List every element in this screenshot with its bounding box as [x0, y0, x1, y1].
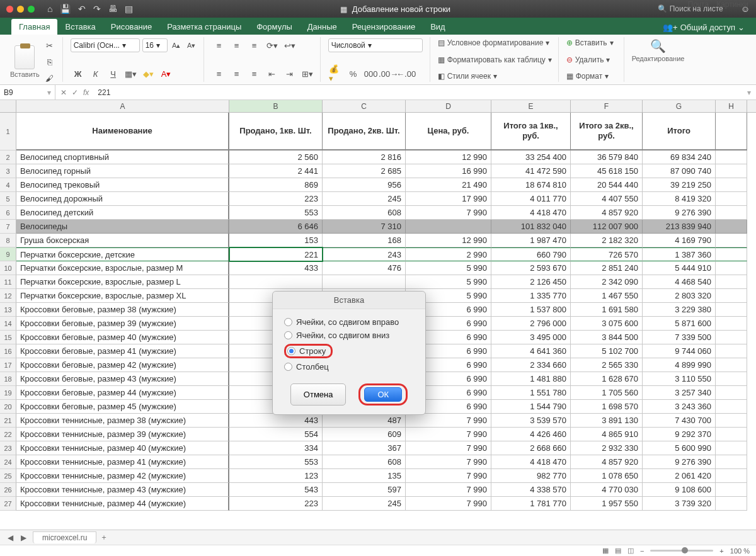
row-header[interactable]: 6: [0, 206, 16, 220]
underline-button[interactable]: Ч: [106, 67, 121, 81]
view-break-icon[interactable]: ◫: [627, 547, 634, 555]
cell[interactable]: 5 990: [406, 261, 491, 275]
save-icon[interactable]: 💾: [60, 4, 71, 14]
font-name-combo[interactable]: Calibri (Осн...▾: [71, 38, 140, 52]
cell[interactable]: 4 169 790: [643, 234, 716, 247]
row-header[interactable]: 13: [0, 303, 16, 317]
radio-cells-right[interactable]: Ячейки, со сдвигом вправо: [284, 315, 414, 329]
cell[interactable]: Перчатки боксерские, взрослые, размер XL: [16, 289, 229, 303]
row-header[interactable]: 23: [0, 441, 16, 455]
insert-cells-button[interactable]: ⊕Вставить▾: [566, 38, 619, 47]
cell[interactable]: [716, 206, 747, 220]
delete-cells-button[interactable]: ⊖Удалить▾: [566, 55, 619, 64]
align-right-icon[interactable]: ≡: [247, 67, 262, 81]
cell[interactable]: 36 579 840: [571, 150, 643, 164]
cell[interactable]: 543: [229, 483, 323, 497]
merge-icon[interactable]: ⊞▾: [300, 67, 315, 81]
dec-decimal-icon[interactable]: ←.00: [399, 67, 414, 81]
row-header[interactable]: 22: [0, 428, 16, 441]
cell[interactable]: [716, 455, 747, 469]
cell[interactable]: 2 593 670: [491, 261, 571, 275]
cell[interactable]: [406, 220, 491, 234]
tab-view[interactable]: Вид: [423, 19, 453, 35]
cell[interactable]: 2 565 330: [571, 358, 643, 372]
search-icon[interactable]: 🔍: [650, 38, 666, 54]
cell[interactable]: 5 990: [406, 275, 491, 289]
copy-icon[interactable]: ⎘: [42, 55, 57, 69]
minimize-icon[interactable]: [17, 6, 24, 13]
row-header[interactable]: 1: [0, 113, 16, 150]
tab-layout[interactable]: Разметка страницы: [159, 19, 249, 35]
cell[interactable]: [716, 247, 747, 261]
row-header[interactable]: 11: [0, 275, 16, 289]
home-icon[interactable]: ⌂: [47, 4, 52, 14]
cell[interactable]: 2 334 660: [491, 358, 571, 372]
cell[interactable]: 245: [323, 497, 406, 511]
cell[interactable]: 433: [229, 261, 323, 275]
cell[interactable]: Кроссовки теннисные, размер 41 (мужские): [16, 455, 229, 469]
border-icon[interactable]: ▦▾: [123, 67, 139, 81]
cell[interactable]: 7 990: [406, 455, 491, 469]
cell[interactable]: 2 932 330: [571, 441, 643, 455]
cell[interactable]: 334: [229, 441, 323, 455]
cell[interactable]: [716, 192, 747, 206]
cell[interactable]: 69 834 240: [643, 150, 716, 164]
ok-button[interactable]: ОК: [364, 387, 402, 402]
cell[interactable]: Кроссовки беговые, размер 38 (мужские): [16, 303, 229, 317]
row-header[interactable]: 18: [0, 372, 16, 386]
fill-color-icon[interactable]: ◆▾: [141, 67, 156, 81]
cell[interactable]: [229, 275, 323, 289]
sheet-nav-next-icon[interactable]: ▶: [17, 533, 30, 542]
cell[interactable]: 5 444 910: [643, 261, 716, 275]
row-header[interactable]: 15: [0, 331, 16, 344]
cell[interactable]: 1 078 650: [571, 469, 643, 483]
row-header[interactable]: 10: [0, 261, 16, 275]
cell[interactable]: 2 182 320: [571, 234, 643, 247]
cell[interactable]: Кроссовки теннисные, размер 44 (мужские): [16, 497, 229, 511]
cell[interactable]: 3 739 320: [643, 497, 716, 511]
cell[interactable]: 982 770: [491, 469, 571, 483]
row-header[interactable]: 17: [0, 358, 16, 372]
print-icon[interactable]: 🖶: [108, 4, 117, 14]
cell[interactable]: 21 490: [406, 178, 491, 192]
comma-icon[interactable]: 000: [364, 67, 379, 81]
cell[interactable]: [716, 386, 747, 400]
cell[interactable]: 123: [229, 469, 323, 483]
cell[interactable]: 9 744 060: [643, 344, 716, 358]
cell[interactable]: Груша боксерская: [16, 234, 229, 247]
cell[interactable]: Перчатки боксерские, взрослые, размер L: [16, 275, 229, 289]
name-box[interactable]: B9 ▾: [0, 85, 55, 99]
cell[interactable]: 609: [323, 428, 406, 441]
tab-home[interactable]: Главная: [11, 19, 57, 35]
cell[interactable]: 2 668 660: [491, 441, 571, 455]
cell[interactable]: [716, 317, 747, 331]
expand-icon[interactable]: ▾: [742, 88, 756, 97]
header-cell[interactable]: Продано, 1кв. Шт.: [229, 113, 323, 150]
cell[interactable]: 553: [229, 206, 323, 220]
row-header[interactable]: 16: [0, 344, 16, 358]
cell[interactable]: Кроссовки беговые, размер 41 (мужские): [16, 344, 229, 358]
cell[interactable]: 4 418 470: [491, 455, 571, 469]
share-button[interactable]: 👥+ Общий доступ ⌄: [658, 20, 750, 35]
accept-icon[interactable]: ✓: [72, 88, 78, 97]
row-header[interactable]: 7: [0, 220, 16, 234]
cell[interactable]: 2 342 090: [571, 275, 643, 289]
cell[interactable]: 3 257 340: [643, 386, 716, 400]
cell[interactable]: 168: [323, 234, 406, 247]
bold-button[interactable]: Ж: [71, 67, 86, 81]
select-all-corner[interactable]: [0, 100, 16, 112]
row-header[interactable]: 20: [0, 400, 16, 414]
orientation-icon[interactable]: ⟳▾: [265, 38, 280, 52]
cell[interactable]: 4 641 360: [491, 344, 571, 358]
row-header[interactable]: 14: [0, 317, 16, 331]
cell[interactable]: 9 292 370: [643, 428, 716, 441]
cell[interactable]: 3 891 130: [571, 414, 643, 428]
row-header[interactable]: 26: [0, 483, 16, 497]
cell[interactable]: 243: [323, 247, 406, 261]
view-layout-icon[interactable]: ▤: [615, 547, 621, 555]
row-header[interactable]: 3: [0, 164, 16, 178]
zoom-in-icon[interactable]: +: [719, 547, 723, 555]
close-icon[interactable]: [6, 6, 13, 13]
cell[interactable]: 7 339 500: [643, 331, 716, 344]
cell[interactable]: 553: [229, 455, 323, 469]
